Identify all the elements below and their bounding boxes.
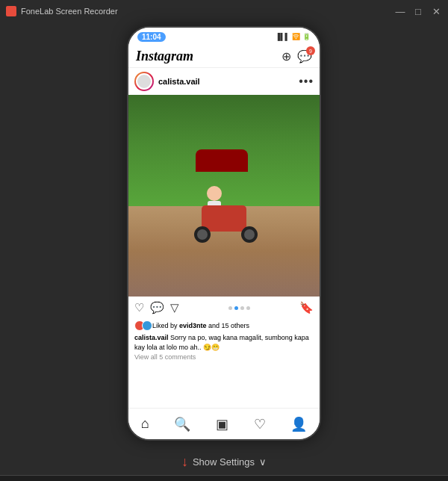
username: calista.vail: [158, 77, 200, 86]
canopy: [196, 149, 248, 172]
caption-text: calista.vail Sorry na po, wag kana magal…: [134, 333, 314, 352]
settings-chevron-icon: ∨: [259, 456, 267, 468]
post-user[interactable]: calista.vail: [134, 72, 200, 91]
settings-arrow-icon: ↓: [181, 454, 188, 470]
post-actions: ♡ 💬 ▽ 🔖: [128, 297, 320, 319]
header-icons: ⊕ 💬 9: [281, 49, 312, 63]
status-icons: ▐▌▌ 🛜 🔋: [276, 33, 311, 40]
close-button[interactable]: ✕: [430, 6, 442, 17]
nav-home[interactable]: ⌂: [141, 416, 149, 432]
scene: [128, 95, 320, 297]
tricycle: [194, 187, 254, 246]
nav-profile[interactable]: 👤: [290, 416, 307, 432]
action-icons-left: ♡ 💬 ▽: [134, 301, 179, 314]
minimize-button[interactable]: —: [394, 6, 406, 17]
phone-area: 11:04 ▐▌▌ 🛜 🔋 Instagram ⊕ 💬 9: [0, 22, 448, 448]
app-title: FoneLab Screen Recorder: [21, 7, 118, 16]
battery-icon: 🔋: [302, 33, 311, 40]
user-avatar: [134, 72, 154, 91]
nav-likes[interactable]: ♡: [254, 416, 266, 432]
dot-4: [246, 306, 250, 310]
status-time: 11:04: [137, 32, 166, 42]
messages-icon[interactable]: 💬 9: [297, 49, 312, 63]
liked-text: Liked by evid3nte and 15 others: [152, 322, 249, 329]
maximize-button[interactable]: □: [412, 6, 424, 17]
like-icon[interactable]: ♡: [134, 301, 144, 314]
dot-1: [228, 306, 232, 310]
comment-icon[interactable]: 💬: [150, 301, 164, 314]
post-image: [128, 95, 320, 297]
add-post-icon[interactable]: ⊕: [281, 49, 291, 63]
view-comments[interactable]: View all 5 comments: [134, 353, 314, 361]
liked-by: Liked by evid3nte and 15 others: [134, 320, 314, 331]
signal-icon: ▐▌▌: [276, 33, 290, 40]
avatar-inner: [136, 73, 152, 90]
status-bar: 11:04 ▐▌▌ 🛜 🔋: [128, 28, 320, 46]
instagram-header: Instagram ⊕ 💬 9: [128, 46, 320, 68]
liked-avatars: [134, 320, 149, 331]
trike-wheel-front: [194, 226, 211, 243]
nav-reels[interactable]: ▣: [216, 416, 228, 432]
trike-wheel-back: [241, 226, 258, 243]
bookmark-icon[interactable]: 🔖: [299, 301, 314, 314]
liked-avatar-2: [142, 320, 152, 331]
title-bar: FoneLab Screen Recorder — □ ✕: [0, 0, 448, 22]
phone-frame: 11:04 ▐▌▌ 🛜 🔋 Instagram ⊕ 💬 9: [127, 26, 321, 441]
dot-2: [234, 306, 238, 310]
ig-bottom-nav: ⌂ 🔍 ▣ ♡ 👤: [128, 408, 320, 439]
dots-indicator: [228, 306, 250, 310]
post-more-button[interactable]: •••: [299, 75, 314, 88]
nav-search[interactable]: 🔍: [174, 416, 190, 432]
dot-3: [240, 306, 244, 310]
post-caption: Liked by evid3nte and 15 others calista.…: [128, 319, 320, 364]
bottom-toolbar: Pause Stop 📷 00:00:31 2.66 MB/56.53 GB: [0, 475, 448, 481]
share-icon[interactable]: ▽: [170, 301, 179, 314]
wifi-icon: 🛜: [292, 33, 300, 40]
message-badge: 9: [306, 46, 315, 55]
instagram-logo: Instagram: [136, 49, 193, 64]
app-icon: [6, 6, 16, 16]
trike-body: [202, 205, 246, 232]
settings-bar[interactable]: ↓ Show Settings ∨: [0, 448, 448, 475]
post-header: calista.vail •••: [128, 68, 320, 95]
settings-label: Show Settings: [193, 456, 255, 468]
